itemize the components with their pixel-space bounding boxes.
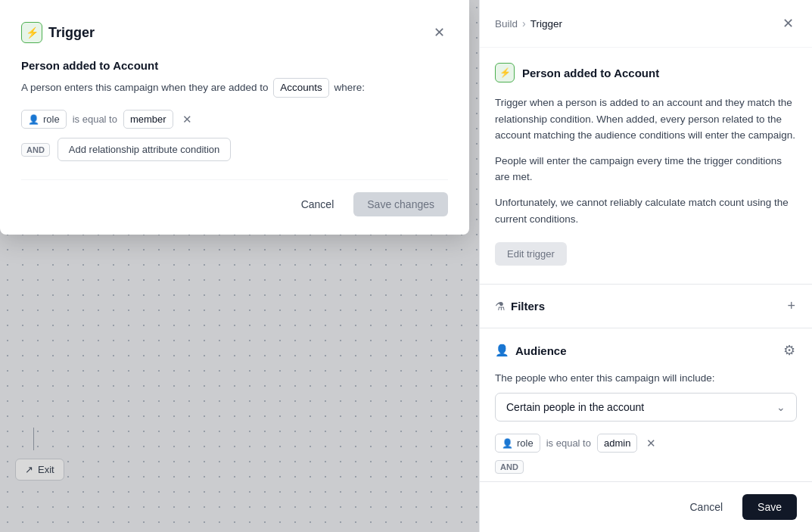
panel-warning: Unfortunately, we cannot reliably calcul… [495, 194, 797, 227]
panel-save-button[interactable]: Save [742, 494, 797, 520]
modal-header: ⚡ Trigger ✕ [21, 21, 448, 44]
remove-condition-button[interactable]: ✕ [179, 111, 195, 128]
panel-close-icon: ✕ [782, 16, 794, 31]
filters-title-row: ⚗ Filters [495, 300, 545, 313]
audience-condition-row: 👤 role is equal to admin ✕ [495, 434, 797, 453]
breadcrumb-separator: › [522, 17, 526, 30]
description-prefix: A person enters this campaign when they … [21, 82, 268, 93]
modal-footer: Cancel Save changes [21, 179, 448, 216]
modal-cancel-button[interactable]: Cancel [289, 192, 347, 216]
accounts-badge[interactable]: Accounts [273, 78, 329, 98]
modal-title: Trigger [48, 25, 95, 41]
breadcrumb-current: Trigger [530, 18, 562, 30]
audience-title-row: 👤 Audience [495, 344, 567, 357]
panel-description1: Trigger when a person is added to an acc… [495, 95, 797, 144]
modal-overlay: ⚡ Trigger ✕ Person added to Account A pe… [0, 0, 479, 532]
filters-label: Filters [511, 300, 545, 313]
add-condition-button[interactable]: Add relationship attribute condition [58, 138, 231, 161]
modal-dialog: ⚡ Trigger ✕ Person added to Account A pe… [0, 0, 469, 235]
and-badge: AND [21, 143, 50, 157]
panel-trigger-label: Person added to Account [522, 67, 659, 79]
audience-section-header: 👤 Audience ⚙ [495, 328, 797, 372]
modal-save-button[interactable]: Save changes [353, 192, 448, 216]
right-panel-close-button[interactable]: ✕ [779, 12, 797, 35]
audience-field-icon: 👤 [502, 438, 513, 449]
trigger-bolt-icon: ⚡ [26, 26, 39, 39]
modal-description: A person enters this campaign when they … [21, 78, 448, 98]
audience-field: role [517, 437, 534, 449]
edit-trigger-button[interactable]: Edit trigger [495, 242, 567, 266]
filters-plus-icon: + [787, 298, 795, 314]
filters-add-button[interactable]: + [786, 297, 797, 316]
right-panel-footer: Cancel Save [480, 481, 812, 532]
breadcrumb-build: Build [495, 18, 518, 30]
audience-dropdown[interactable]: Certain people in the account ⌄ [495, 393, 797, 422]
condition-row: 👤 role is equal to member ✕ [21, 110, 448, 129]
close-icon: ✕ [434, 24, 445, 41]
description-suffix: where: [334, 82, 366, 93]
remove-audience-condition-button[interactable]: ✕ [643, 435, 659, 452]
audience-remove-icon: ✕ [646, 437, 656, 450]
panel-bolt-icon: ⚡ [499, 67, 511, 78]
chevron-down-icon: ⌄ [776, 401, 786, 413]
audience-description: The people who enter this campaign will … [495, 372, 797, 384]
breadcrumb: Build › Trigger [495, 17, 562, 30]
audience-label: Audience [515, 344, 567, 357]
condition-value[interactable]: member [123, 110, 173, 129]
add-condition-area: AND Add relationship attribute condition [21, 138, 448, 161]
settings-icon: ⚙ [783, 342, 795, 359]
audience-and-badge: AND [495, 460, 524, 474]
right-panel-header: Build › Trigger ✕ [480, 0, 812, 48]
modal-subtitle: Person added to Account [21, 59, 448, 72]
canvas-area: ↗ Exit ⚡ Trigger ✕ Person added to Accou… [0, 0, 479, 532]
condition-field-badge[interactable]: 👤 role [21, 110, 67, 129]
panel-description2: People will enter the campaign every tim… [495, 153, 797, 185]
audience-add-condition-area: AND [495, 460, 797, 474]
panel-trigger-icon: ⚡ [495, 63, 515, 82]
condition-operator: is equal to [73, 114, 117, 125]
audience-icon: 👤 [495, 344, 509, 357]
dropdown-value: Certain people in the account [506, 401, 644, 413]
panel-trigger-header: ⚡ Person added to Account [495, 63, 797, 82]
trigger-icon: ⚡ [21, 22, 42, 43]
filter-icon: ⚗ [495, 300, 505, 313]
audience-operator: is equal to [546, 437, 591, 449]
field-icon: 👤 [28, 114, 39, 125]
right-panel-body: ⚡ Person added to Account Trigger when a… [480, 48, 812, 489]
condition-field: role [43, 114, 60, 125]
modal-close-button[interactable]: ✕ [431, 21, 448, 44]
audience-value[interactable]: admin [597, 434, 637, 453]
panel-cancel-button[interactable]: Cancel [677, 494, 735, 520]
modal-title-row: ⚡ Trigger [21, 22, 95, 43]
filters-section-header: ⚗ Filters + [495, 285, 797, 328]
audience-field-badge[interactable]: 👤 role [495, 434, 540, 453]
remove-icon: ✕ [182, 113, 192, 126]
audience-settings-button[interactable]: ⚙ [782, 341, 797, 360]
right-panel: Build › Trigger ✕ ⚡ Person added to Acco… [479, 0, 812, 532]
